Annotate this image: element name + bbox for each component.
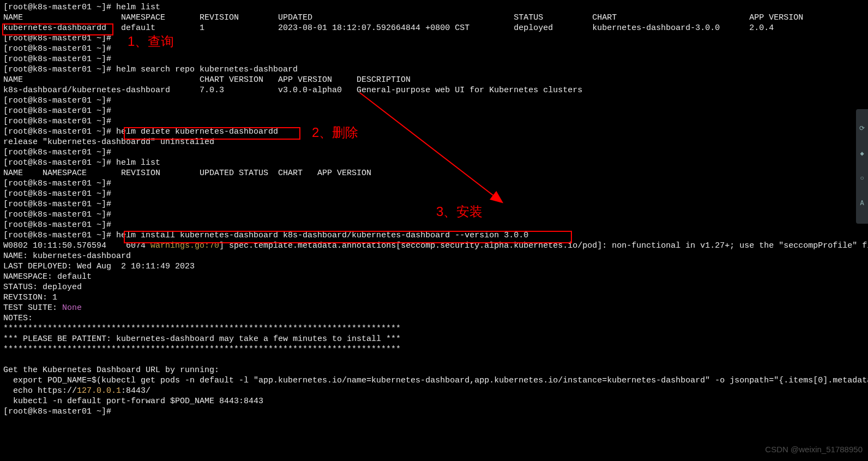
prompt: [root@k8s-master01 ~]# (3, 127, 116, 136)
prompt: [root@k8s-master01 ~]# (3, 148, 116, 157)
install-ns: NAMESPACE: default (3, 272, 92, 282)
cmd-helm-list-1: helm list (116, 3, 160, 12)
annotation-1-query: 1、查询 (128, 36, 174, 46)
side-icon: ○ (860, 173, 864, 184)
list2-header: NAME NAMESPACE REVISION UPDATED STATUS C… (3, 169, 371, 178)
export-podname: export POD_NAME=$(kubectl get pods -n de… (3, 376, 868, 385)
prompt: [root@k8s-master01 ~]# (3, 96, 116, 105)
prompt: [root@k8s-master01 ~]# (3, 179, 116, 188)
terminal-output[interactable]: [root@k8s-master01 ~]# helm list NAME NA… (3, 2, 865, 417)
install-test-suite-label: TEST SUITE: (3, 303, 62, 313)
side-toolbar[interactable]: ⟳ ◆ ○ A (856, 109, 868, 224)
search-row: k8s-dashboard/kubernetes-dashboard 7.0.3… (3, 86, 582, 95)
prompt: [root@k8s-master01 ~]# (3, 158, 116, 167)
cmd-helm-list-2: helm list (116, 158, 160, 167)
prompt: [root@k8s-master01 ~]# (3, 189, 116, 199)
echo-https: echo https:// (3, 386, 77, 396)
prompt: [root@k8s-master01 ~]# (3, 106, 116, 116)
side-icon: ◆ (860, 149, 864, 159)
prompt: [root@k8s-master01 ~]# (3, 34, 116, 43)
prompt: [root@k8s-master01 ~]# (3, 65, 116, 74)
prompt: [root@k8s-master01 ~]# (3, 231, 116, 240)
install-test-suite-value: None (62, 303, 82, 313)
echo-ip: 127.0.0.1 (77, 386, 121, 396)
prompt: [root@k8s-master01 ~]# (3, 210, 116, 219)
stars: ****************************************… (3, 324, 401, 333)
prompt: [root@k8s-master01 ~]# (3, 44, 116, 53)
cmd-helm-install: helm install kubernetes-dashboard k8s-da… (116, 231, 528, 240)
install-last: LAST DEPLOYED: Wed Aug 2 10:11:49 2023 (3, 262, 195, 271)
side-icon: A (860, 199, 864, 209)
list1-header: NAME NAMESPACE REVISION UPDATED STATUS C… (3, 13, 803, 22)
watermark: CSDN @weixin_51788950 (765, 444, 863, 454)
prompt: [root@k8s-master01 ~]# (3, 220, 116, 230)
prompt: [root@k8s-master01 ~]# (3, 407, 116, 416)
warn-link: warnings.go:70 (150, 241, 219, 250)
echo-port: :8443/ (121, 386, 150, 396)
search-header: NAME CHART VERSION APP VERSION DESCRIPTI… (3, 75, 411, 85)
prompt: [root@k8s-master01 ~]# (3, 3, 116, 12)
prompt: [root@k8s-master01 ~]# (3, 117, 116, 126)
cmd-helm-delete: helm delete kubernetes-dashboardd (116, 127, 278, 136)
warn-post: ] spec.template.metadata.annotations[sec… (219, 241, 868, 250)
warn-pre: W0802 10:11:50.576594 6074 (3, 241, 150, 250)
port-forward: kubectl -n default port-forward $POD_NAM… (3, 397, 263, 406)
cmd-helm-search: helm search repo kubernetes-dashboard (116, 65, 298, 74)
install-notes: NOTES: (3, 314, 33, 323)
patient: *** PLEASE BE PATIENT: kubernetes-dashbo… (3, 334, 401, 344)
annotation-2-delete: 2、删除 (312, 127, 358, 137)
get-url: Get the Kubernetes Dashboard URL by runn… (3, 366, 219, 375)
annotation-3-install: 3、安装 (436, 206, 483, 217)
side-icon: ⟳ (859, 124, 865, 134)
prompt: [root@k8s-master01 ~]# (3, 200, 116, 209)
prompt: [root@k8s-master01 ~]# (3, 55, 116, 64)
list1-row: kubernetes-dashboardd default 1 2023-08-… (3, 23, 774, 33)
delete-output: release "kubernetes-dashboardd" uninstal… (3, 137, 214, 147)
install-rev: REVISION: 1 (3, 293, 57, 302)
install-name: NAME: kubernetes-dashboard (3, 252, 131, 261)
stars: ****************************************… (3, 345, 401, 354)
install-status: STATUS: deployed (3, 283, 82, 292)
